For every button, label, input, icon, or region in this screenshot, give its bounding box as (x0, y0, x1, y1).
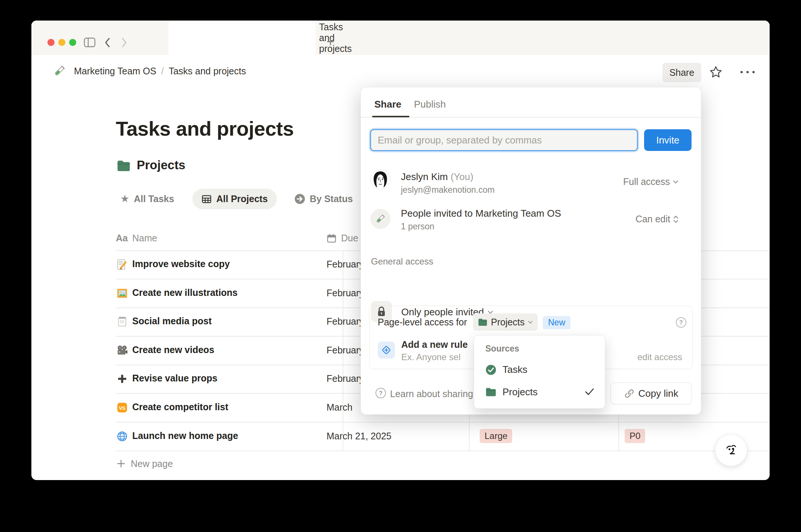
source-selector-dropdown[interactable]: Projects (473, 313, 538, 331)
row-due-date: February (327, 259, 364, 270)
memo-icon (117, 259, 128, 270)
view-tab-all-projects[interactable]: All Projects (192, 189, 277, 209)
svg-text:?: ? (379, 390, 383, 396)
table-grid-icon (201, 194, 212, 204)
breadcrumb-separator: / (161, 66, 164, 77)
svg-text:VS: VS (119, 405, 126, 411)
general-access-label: General access (371, 256, 433, 267)
chevrons-up-down-icon (673, 215, 678, 223)
diamond-plus-icon (381, 345, 392, 355)
vs-badge-icon: VS (117, 402, 128, 413)
page-level-access-label: Page-level access for (378, 317, 467, 328)
table-row[interactable]: Launch new home page March 21, 2025 Larg… (31, 422, 770, 451)
add-rule-title[interactable]: Add a new rule (401, 339, 468, 350)
calendar-icon (327, 233, 337, 243)
new-page-button[interactable]: New page (117, 454, 173, 473)
tab-share[interactable]: Share (374, 99, 401, 110)
movie-camera-icon (117, 345, 128, 356)
row-title: Create competitor list (132, 402, 228, 412)
row-title: Launch new home page (132, 430, 238, 441)
priority-badge[interactable]: P0 (625, 429, 645, 443)
menu-item-tasks[interactable]: Tasks (485, 364, 527, 375)
person-email: jeslyn@makenotion.com (401, 185, 495, 195)
browser-tab[interactable]: Tasks and projects (168, 21, 316, 55)
row-title: Social media post (132, 316, 212, 327)
tabs-divider (361, 117, 701, 118)
menu-item-projects[interactable]: Projects (485, 386, 538, 398)
avatar (370, 169, 390, 189)
column-header-name[interactable]: Aa Name (116, 230, 157, 246)
person-name-line: Jeslyn Kim (You) (401, 171, 473, 183)
link-icon (624, 389, 634, 399)
row-due-date: February (327, 316, 364, 327)
sources-menu: Sources Tasks Projects (474, 335, 605, 409)
invite-email-input[interactable] (370, 129, 638, 151)
breadcrumb: Marketing Team OS / Tasks and projects (74, 61, 246, 81)
zoom-window-button[interactable] (69, 39, 76, 46)
breadcrumb-page[interactable]: Tasks and projects (168, 66, 246, 77)
learn-about-sharing-link[interactable]: Learn about sharing (390, 389, 473, 399)
add-rule-hint-left: Ex. Anyone sel (401, 352, 461, 362)
row-due-date: February (327, 373, 364, 384)
view-tab-label: All Projects (216, 194, 268, 204)
group-name: People invited to Marketing Team OS (401, 208, 561, 219)
notepad-icon (117, 316, 128, 327)
copy-link-button[interactable]: Copy link (610, 383, 692, 404)
back-icon[interactable] (104, 37, 111, 48)
help-icon[interactable]: ? (675, 317, 687, 328)
size-badge[interactable]: Large (480, 429, 512, 443)
group-count: 1 person (401, 222, 434, 232)
star-icon: ★ (120, 194, 129, 204)
breadcrumb-workspace[interactable]: Marketing Team OS (74, 66, 156, 77)
notion-assistant-button[interactable] (715, 434, 747, 466)
chevron-down-icon (528, 321, 533, 324)
row-due-date: February (327, 345, 364, 356)
new-feature-badge: New (543, 316, 570, 329)
close-window-button[interactable] (47, 39, 55, 46)
folder-icon (478, 318, 488, 327)
notion-face-icon (722, 441, 740, 459)
page-title: Tasks and projects (116, 117, 294, 140)
group-access-dropdown[interactable]: Can edit (635, 214, 678, 225)
folder-icon (117, 160, 131, 172)
view-tab-all-tasks[interactable]: ★ All Tasks (120, 189, 174, 208)
heavy-plus-icon (117, 373, 128, 384)
screenshot-stage: Tasks and projects + Marketing Team OS /… (0, 0, 801, 532)
row-due-date: March 21, 2025 (327, 431, 392, 442)
minimize-window-button[interactable] (58, 39, 65, 46)
framed-picture-icon (117, 288, 128, 299)
forward-icon[interactable] (120, 37, 128, 48)
text-type-icon: Aa (116, 233, 128, 244)
help-icon: ? (375, 387, 386, 399)
person-you-suffix: (You) (451, 171, 473, 182)
invite-button[interactable]: Invite (644, 129, 692, 151)
tab-title: Tasks and projects (319, 21, 352, 55)
person-access-dropdown[interactable]: Full access (623, 176, 678, 187)
active-tab-underline (372, 116, 409, 117)
test-tube-icon (375, 214, 386, 224)
titlebar: Tasks and projects + (31, 21, 770, 55)
row-due-date: February (327, 288, 364, 299)
chevron-down-icon (673, 180, 678, 184)
row-divider (116, 451, 770, 451)
workspace-avatar (370, 209, 390, 229)
sidebar-toggle-icon[interactable] (84, 37, 96, 47)
tab-publish[interactable]: Publish (414, 99, 446, 110)
new-tab-button[interactable]: + (327, 34, 334, 50)
sources-menu-title: Sources (485, 344, 519, 354)
check-icon (585, 388, 594, 396)
view-tab-by-status[interactable]: By Status (294, 189, 353, 208)
column-header-due[interactable]: Due (327, 230, 358, 246)
section-title: Projects (137, 158, 185, 172)
row-due-date: March (327, 402, 352, 413)
more-options-icon[interactable] (740, 71, 755, 73)
favorite-star-icon[interactable] (709, 65, 723, 79)
check-circle-icon (485, 364, 497, 375)
row-title: Create new videos (132, 344, 214, 355)
person-name: Jeslyn Kim (401, 171, 448, 182)
add-rule-tile (378, 341, 395, 359)
svg-text:?: ? (679, 319, 683, 326)
share-button[interactable]: Share (662, 63, 701, 82)
app-window: Tasks and projects + Marketing Team OS /… (31, 21, 770, 480)
globe-icon (117, 431, 128, 442)
